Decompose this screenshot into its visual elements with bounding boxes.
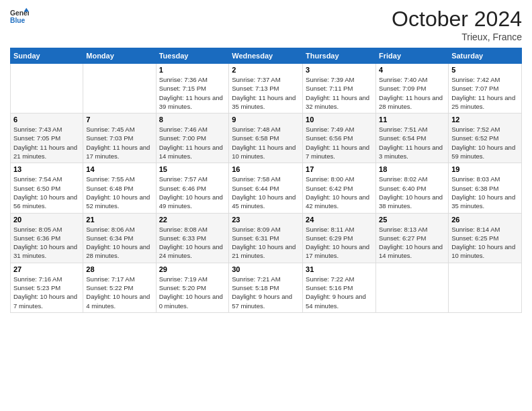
week-row-1: 1Sunrise: 7:36 AMSunset: 7:15 PMDaylight… [11, 64, 522, 113]
calendar-cell: 4Sunrise: 7:40 AMSunset: 7:09 PMDaylight… [376, 64, 449, 113]
day-info: Sunrise: 8:13 AMSunset: 6:27 PMDaylight:… [379, 225, 445, 261]
day-number: 22 [159, 216, 226, 224]
calendar-cell: 24Sunrise: 8:11 AMSunset: 6:29 PMDayligh… [303, 213, 376, 263]
day-number: 7 [86, 116, 152, 124]
day-header-wednesday: Wednesday [229, 48, 303, 64]
day-info: Sunrise: 7:42 AMSunset: 7:07 PMDaylight:… [451, 75, 519, 111]
header: General Blue October 2024 Trieux, France [10, 7, 522, 42]
calendar-cell: 17Sunrise: 8:00 AMSunset: 6:42 PMDayligh… [303, 163, 376, 213]
day-info: Sunrise: 7:22 AMSunset: 5:16 PMDaylight:… [306, 275, 373, 310]
calendar-cell: 8Sunrise: 7:46 AMSunset: 7:00 PMDaylight… [156, 113, 229, 163]
calendar-cell: 13Sunrise: 7:54 AMSunset: 6:50 PMDayligh… [11, 163, 83, 213]
day-info: Sunrise: 8:06 AMSunset: 6:34 PMDaylight:… [86, 225, 152, 261]
day-info: Sunrise: 7:46 AMSunset: 7:00 PMDaylight:… [159, 125, 226, 161]
calendar-cell: 12Sunrise: 7:52 AMSunset: 6:52 PMDayligh… [449, 113, 522, 163]
calendar-cell: 14Sunrise: 7:55 AMSunset: 6:48 PMDayligh… [83, 163, 156, 213]
day-info: Sunrise: 7:40 AMSunset: 7:09 PMDaylight:… [379, 75, 445, 111]
week-row-4: 20Sunrise: 8:05 AMSunset: 6:36 PMDayligh… [11, 213, 522, 263]
calendar-cell: 29Sunrise: 7:19 AMSunset: 5:20 PMDayligh… [156, 263, 229, 312]
day-info: Sunrise: 7:52 AMSunset: 6:52 PMDaylight:… [451, 125, 519, 161]
day-info: Sunrise: 8:08 AMSunset: 6:33 PMDaylight:… [159, 225, 226, 261]
month-title: October 2024 [392, 7, 522, 32]
day-number: 14 [86, 165, 152, 173]
day-info: Sunrise: 8:00 AMSunset: 6:42 PMDaylight:… [306, 175, 373, 210]
calendar-cell: 23Sunrise: 8:09 AMSunset: 6:31 PMDayligh… [229, 213, 303, 263]
day-number: 6 [13, 116, 80, 124]
calendar-cell [83, 64, 156, 113]
calendar-cell: 11Sunrise: 7:51 AMSunset: 6:54 PMDayligh… [376, 113, 449, 163]
day-info: Sunrise: 7:51 AMSunset: 6:54 PMDaylight:… [379, 125, 445, 161]
day-info: Sunrise: 8:02 AMSunset: 6:40 PMDaylight:… [379, 175, 445, 210]
calendar-cell [11, 64, 83, 113]
logo-icon: General Blue [10, 7, 29, 26]
calendar-cell: 27Sunrise: 7:16 AMSunset: 5:23 PMDayligh… [11, 263, 83, 312]
page: General Blue October 2024 Trieux, France… [0, 0, 532, 411]
day-number: 2 [232, 66, 300, 74]
day-info: Sunrise: 8:14 AMSunset: 6:25 PMDaylight:… [451, 225, 519, 261]
day-number: 29 [159, 265, 226, 273]
day-number: 23 [232, 216, 300, 224]
calendar-cell: 31Sunrise: 7:22 AMSunset: 5:16 PMDayligh… [303, 263, 376, 312]
calendar-cell: 5Sunrise: 7:42 AMSunset: 7:07 PMDaylight… [449, 64, 522, 113]
day-number: 21 [86, 216, 152, 224]
calendar-cell: 1Sunrise: 7:36 AMSunset: 7:15 PMDaylight… [156, 64, 229, 113]
day-info: Sunrise: 8:05 AMSunset: 6:36 PMDaylight:… [13, 225, 80, 261]
day-info: Sunrise: 7:57 AMSunset: 6:46 PMDaylight:… [159, 175, 226, 210]
calendar-cell: 25Sunrise: 8:13 AMSunset: 6:27 PMDayligh… [376, 213, 449, 263]
day-header-friday: Friday [376, 48, 449, 64]
calendar-cell: 6Sunrise: 7:43 AMSunset: 7:05 PMDaylight… [11, 113, 83, 163]
calendar-cell: 9Sunrise: 7:48 AMSunset: 6:58 PMDaylight… [229, 113, 303, 163]
day-header-thursday: Thursday [303, 48, 376, 64]
day-number: 9 [232, 116, 300, 124]
day-number: 20 [13, 216, 80, 224]
calendar-cell [449, 263, 522, 312]
calendar-cell: 30Sunrise: 7:21 AMSunset: 5:18 PMDayligh… [229, 263, 303, 312]
calendar-cell: 10Sunrise: 7:49 AMSunset: 6:56 PMDayligh… [303, 113, 376, 163]
day-number: 28 [86, 265, 152, 273]
svg-text:Blue: Blue [10, 17, 26, 24]
day-info: Sunrise: 8:03 AMSunset: 6:38 PMDaylight:… [451, 175, 519, 210]
logo: General Blue [10, 7, 29, 26]
calendar-cell: 15Sunrise: 7:57 AMSunset: 6:46 PMDayligh… [156, 163, 229, 213]
calendar-cell: 7Sunrise: 7:45 AMSunset: 7:03 PMDaylight… [83, 113, 156, 163]
week-row-3: 13Sunrise: 7:54 AMSunset: 6:50 PMDayligh… [11, 163, 522, 213]
day-number: 26 [451, 216, 519, 224]
calendar-cell: 26Sunrise: 8:14 AMSunset: 6:25 PMDayligh… [449, 213, 522, 263]
day-info: Sunrise: 7:48 AMSunset: 6:58 PMDaylight:… [232, 125, 300, 161]
day-number: 8 [159, 116, 226, 124]
day-number: 16 [232, 165, 300, 173]
day-number: 4 [379, 66, 445, 74]
day-number: 12 [451, 116, 519, 124]
day-info: Sunrise: 7:17 AMSunset: 5:22 PMDaylight:… [86, 275, 152, 310]
day-number: 17 [306, 165, 373, 173]
location: Trieux, France [392, 32, 522, 42]
day-info: Sunrise: 7:49 AMSunset: 6:56 PMDaylight:… [306, 125, 373, 161]
day-info: Sunrise: 7:43 AMSunset: 7:05 PMDaylight:… [13, 125, 80, 161]
calendar-cell: 19Sunrise: 8:03 AMSunset: 6:38 PMDayligh… [449, 163, 522, 213]
day-number: 31 [306, 265, 373, 273]
day-number: 13 [13, 165, 80, 173]
day-info: Sunrise: 7:55 AMSunset: 6:48 PMDaylight:… [86, 175, 152, 210]
calendar-cell: 3Sunrise: 7:39 AMSunset: 7:11 PMDaylight… [303, 64, 376, 113]
day-info: Sunrise: 7:45 AMSunset: 7:03 PMDaylight:… [86, 125, 152, 161]
calendar-table: SundayMondayTuesdayWednesdayThursdayFrid… [10, 48, 522, 313]
day-info: Sunrise: 7:54 AMSunset: 6:50 PMDaylight:… [13, 175, 80, 210]
calendar-cell: 28Sunrise: 7:17 AMSunset: 5:22 PMDayligh… [83, 263, 156, 312]
calendar-cell: 16Sunrise: 7:58 AMSunset: 6:44 PMDayligh… [229, 163, 303, 213]
calendar-cell: 21Sunrise: 8:06 AMSunset: 6:34 PMDayligh… [83, 213, 156, 263]
day-info: Sunrise: 7:37 AMSunset: 7:13 PMDaylight:… [232, 75, 300, 111]
day-info: Sunrise: 7:19 AMSunset: 5:20 PMDaylight:… [159, 275, 226, 310]
day-number: 5 [451, 66, 519, 74]
day-info: Sunrise: 8:11 AMSunset: 6:29 PMDaylight:… [306, 225, 373, 261]
calendar-cell: 20Sunrise: 8:05 AMSunset: 6:36 PMDayligh… [11, 213, 83, 263]
day-header-saturday: Saturday [449, 48, 522, 64]
day-number: 24 [306, 216, 373, 224]
calendar-cell: 22Sunrise: 8:08 AMSunset: 6:33 PMDayligh… [156, 213, 229, 263]
day-number: 11 [379, 116, 445, 124]
title-block: October 2024 Trieux, France [392, 7, 522, 42]
day-number: 3 [306, 66, 373, 74]
day-info: Sunrise: 8:09 AMSunset: 6:31 PMDaylight:… [232, 225, 300, 261]
day-number: 30 [232, 265, 300, 273]
calendar-cell: 2Sunrise: 7:37 AMSunset: 7:13 PMDaylight… [229, 64, 303, 113]
day-number: 15 [159, 165, 226, 173]
